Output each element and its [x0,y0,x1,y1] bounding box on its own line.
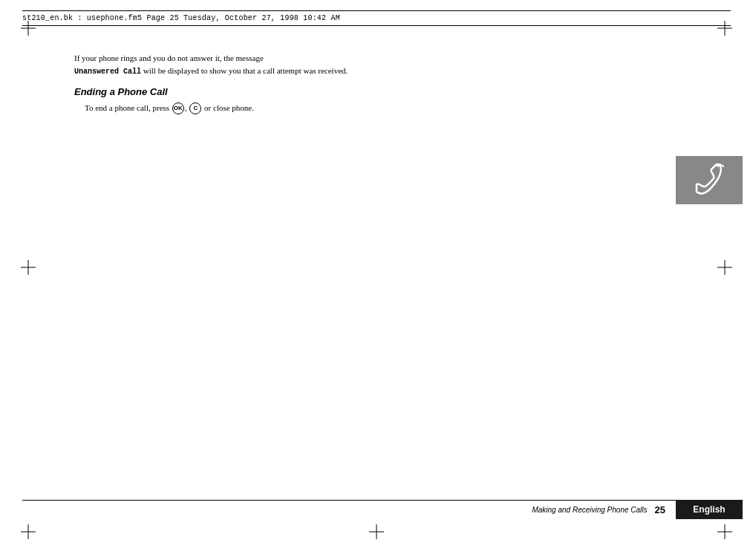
logo-area [676,156,743,204]
header-text: st210_en.bk : usephone.fm5 Page 25 Tuesd… [22,14,340,22]
instruction-end: or close phone. [202,103,254,112]
header-bar: st210_en.bk : usephone.fm5 Page 25 Tuesd… [22,10,731,26]
language-badge: English [676,500,743,519]
page-container: st210_en.bk : usephone.fm5 Page 25 Tuesd… [0,0,753,560]
instruction-text: To end a phone call, press [85,103,172,112]
crosshair-bottom-center [369,524,384,539]
section-heading-ending: Ending a Phone Call [74,86,679,97]
page-number: 25 [655,504,665,515]
paragraph1-text: If your phone rings and you do not answe… [74,53,264,62]
footer-section-title: Making and Receiving Phone Calls [532,506,647,514]
crosshair-middle-right [717,260,732,275]
paragraph-unanswered: If your phone rings and you do not answe… [74,52,679,77]
crosshair-bottom-right [717,524,732,539]
content-area: If your phone rings and you do not answe… [74,52,679,114]
code-unanswered-call: Unanswered Call [74,68,141,76]
c-button-circle: C [189,102,201,114]
crosshair-top-left [21,21,36,36]
crosshair-top-right [717,21,732,36]
separator: , [185,103,189,112]
crosshair-middle-left [21,260,36,275]
phone-icon [691,163,728,197]
instruction-paragraph: To end a phone call, press OK, C or clos… [85,102,679,114]
crosshair-bottom-left [21,524,36,539]
footer-area: Making and Receiving Phone Calls 25 Engl… [22,500,743,519]
ok-button-circle: OK [172,102,184,114]
paragraph1-cont: will be displayed to show you that a cal… [143,66,348,75]
